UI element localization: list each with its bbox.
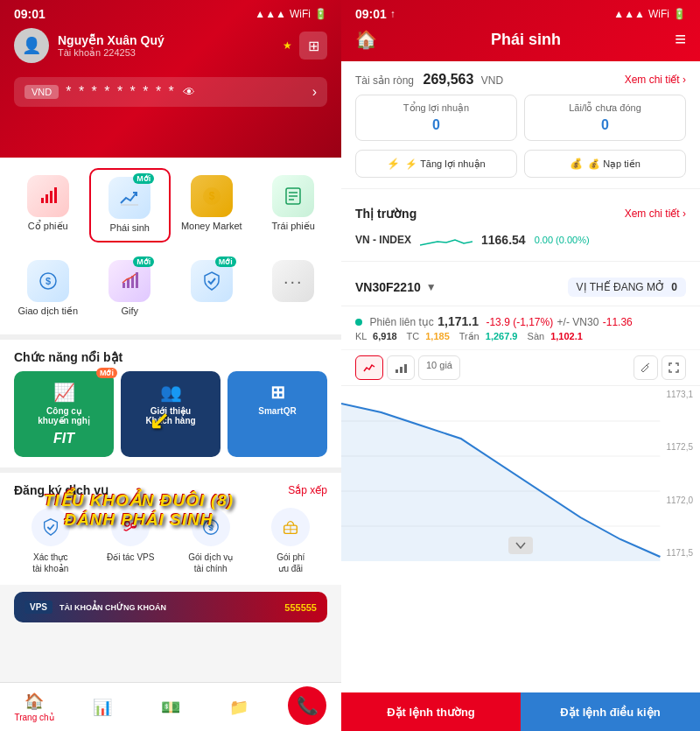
smartqr-label: SmartQR [258,406,296,416]
nav-market[interactable]: 📊 [68,683,136,731]
bottom-banner[interactable]: VPS TÀI KHOẢN CHỨNG KHOÁN 555555 [14,592,327,622]
boost-icon: ⚡ [387,158,400,170]
menu-item-more[interactable]: ··· [253,253,335,324]
market-detail-link[interactable]: Xem chi tiết › [625,207,686,220]
action-row: ⚡ ⚡ Tăng lợi nhuận 💰 💰 Nạp tiền [355,150,686,178]
vn30-label: +/- VN30 [557,316,599,328]
right-menu-icon[interactable]: ≡ [675,28,686,51]
menu-item-money-market[interactable]: $ Money Market [171,168,253,242]
market-header: Thị trường Xem chi tiết › [355,207,686,221]
balance-arrow-icon[interactable]: › [312,84,317,100]
position-badge: VỊ THẾ ĐANG MỞ 0 [568,278,686,297]
co-phieu-icon [27,175,69,217]
right-wifi-icon: WiFi [648,8,669,20]
profit-total-label: Tổng lợi nhuận [367,102,506,114]
deposit-icon: 💰 [570,158,583,170]
nav-portfolio[interactable]: 📁 [205,683,273,731]
qr-button[interactable]: ⊞ [299,32,327,60]
boost-btn[interactable]: ⚡ ⚡ Tăng lợi nhuận [355,150,517,178]
order-normal-btn[interactable]: Đặt lệnh thường [341,692,521,731]
svg-rect-26 [404,364,407,373]
right-header-nav: 🏠 Phái sinh ≡ [341,25,700,61]
balance-bar[interactable]: VND * * * * * * * * * 👁 › [14,77,327,107]
co-phieu-label: Cổ phiếu [28,221,68,232]
left-bottom-nav: 🏠 Trang chủ 📊 💵 📁 📞 [0,682,341,731]
balance-currency-btn[interactable]: VND [24,85,59,99]
trai-phieu-icon [272,175,314,217]
right-time: 09:01 [355,7,387,21]
menu-item-phai-sinh[interactable]: Mới Phái sinh [89,168,172,242]
menu-item-shield[interactable]: Mới [171,253,253,324]
fullscreen-btn[interactable] [662,355,686,380]
giao-dich-tien-label: Giao dịch tiền [18,306,78,317]
right-header: 09:01 ↑ ▲▲▲ WiFi 🔋 🏠 Phái sinh ≡ [341,0,700,61]
left-header: 09:01 ▲▲▲ WiFi 🔋 👤 Nguyễn Xuân Quý Tài k… [0,0,341,158]
bar-chart-btn[interactable] [387,355,415,380]
trading-section: VN30F2210 ▼ VỊ THẾ ĐANG MỞ 0 Phiên liên … [341,269,700,561]
continuous-text: Phiên liên tục [369,316,433,328]
overlay-line1: TIỂU KHOẢN ĐUÔI (8) [44,490,234,510]
gify-icon: Mới [108,260,150,302]
san-value: 1,102.1 [550,331,583,341]
market-section: Thị trường Xem chi tiết › VN - INDEX 116… [341,196,700,262]
dky-item-goi-phi[interactable]: Gói phíưu đãi [255,508,328,574]
right-battery-icon: 🔋 [673,8,686,20]
market-item-vnindex[interactable]: VN - INDEX 1166.54 0.00 (0.00%) [355,229,686,250]
y-label-3: 1172,0 [666,496,693,505]
y-label-4: 1171,5 [666,548,693,558]
trading-header: VN30F2210 ▼ VỊ THẾ ĐANG MỞ 0 [341,269,700,306]
profit-grid: Tổng lợi nhuận 0 Lãi/lỗ chưa đóng 0 [355,95,686,141]
overlay-line2: ĐÁNH PHÁI SINH [44,510,234,530]
nav-call[interactable]: 📞 [273,683,341,731]
line-chart-btn[interactable] [355,355,383,380]
kl-label: KL [355,331,367,341]
featured-btn-gioi-thieu[interactable]: 👥 Giới thiệuKhách hàng [121,371,220,457]
svg-text:$: $ [208,190,214,202]
dky-arrange-btn[interactable]: Sắp xếp [288,484,327,496]
svg-rect-13 [122,283,125,288]
market-icon: 📊 [93,698,112,717]
menu-item-giao-dich-tien[interactable]: $ Giao dịch tiền [7,253,89,324]
tc-label: TC [407,331,420,341]
menu-grid-row1: Cổ phiếu Mới Phái sinh $ Money [0,158,341,253]
menu-item-trai-phieu[interactable]: Trái phiếu [253,168,335,242]
avatar: 👤 [14,28,49,63]
trading-price-row: Phiên liên tục 1,171.1 -13.9 (-1,17%) +/… [341,306,700,350]
vn-index-value: 1166.54 [481,233,526,247]
nav-trang-chu[interactable]: 🏠 Trang chủ [0,683,68,731]
y-label-1: 1173,1 [666,390,693,399]
call-button[interactable]: 📞 [288,686,326,725]
asset-label-group: Tài sản ròng 269,563 VND [355,72,503,88]
featured-btn-fit[interactable]: Mới 📈 Công cụkhuyến nghị FIT [14,371,114,457]
deposit-btn[interactable]: 💰 💰 Nạp tiền [524,150,686,178]
battery-icon: 🔋 [314,8,327,20]
svg-rect-3 [54,187,57,203]
deposit-label: 💰 Nạp tiền [588,158,640,170]
main-price: 1,171.1 [438,314,479,328]
order-condition-btn[interactable]: Đặt lệnh điều kiện [521,692,700,731]
featured-btn-smartqr[interactable]: ⊞ SmartQR [228,371,327,457]
symbol-text: VN30F2210 [355,280,421,294]
nav-money[interactable]: 💵 [136,683,205,731]
draw-tool-btn[interactable] [634,355,658,380]
right-status-bar: 09:01 ↑ ▲▲▲ WiFi 🔋 [341,0,700,25]
tc-value: 1,185 [425,331,450,341]
asset-row: Tài sản ròng 269,563 VND Xem chi tiết › [355,72,686,88]
right-home-icon[interactable]: 🏠 [355,29,377,50]
symbol-selector[interactable]: VN30F2210 ▼ [355,280,437,294]
position-label: VỊ THẾ ĐANG MỞ [577,281,665,293]
chart-action-buttons [634,355,686,380]
user-info[interactable]: 👤 Nguyễn Xuân Quý Tài khoản 224253 [14,28,164,63]
menu-item-gify[interactable]: Mới Gify [89,253,172,324]
price-count-btn[interactable]: 10 giá [418,355,460,380]
chart-y-labels: 1173,1 1172,5 1172,0 1171,5 [666,386,693,561]
left-status-bar: 09:01 ▲▲▲ WiFi 🔋 [0,0,341,25]
chart-area: 1173,1 1172,5 1172,0 1171,5 [341,386,700,561]
eye-icon[interactable]: 👁 [183,85,195,99]
asset-detail-link[interactable]: Xem chi tiết › [625,74,686,86]
order-condition-label: Đặt lệnh điều kiện [560,706,660,719]
continuous-indicator [355,319,362,326]
scroll-down-btn[interactable] [508,537,533,554]
kl-row: KL 6,918 TC 1,185 Trần 1,267.9 Sàn 1,102… [355,331,686,342]
menu-item-co-phieu[interactable]: Cổ phiếu [7,168,89,242]
